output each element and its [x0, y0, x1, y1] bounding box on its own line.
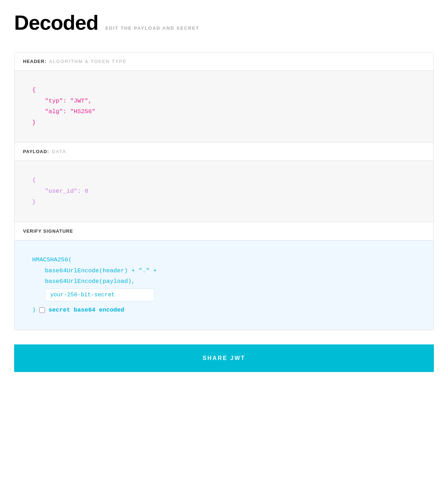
header-line-4: }	[32, 117, 416, 128]
header-code-area: { "typ": "JWT", "alg": "HS256" }	[14, 71, 434, 143]
verify-arg1: base64UrlEncode(header) + "." +	[32, 266, 416, 277]
checkbox-label[interactable]: secret base64 encoded	[48, 305, 124, 316]
payload-line-1: {	[32, 175, 416, 186]
verify-code-area: HMACSHA256( base64UrlEncode(header) + ".…	[14, 240, 434, 330]
page-subtitle: EDIT THE PAYLOAD AND SECRET	[105, 25, 199, 31]
checkbox-row: ) secret base64 encoded	[32, 305, 416, 316]
base64-checkbox[interactable]	[39, 307, 45, 313]
payload-sublabel: DATA	[52, 149, 66, 154]
verify-label: VERIFY SIGNATURE	[23, 228, 73, 234]
header-label-row: HEADER: ALGORITHM & TOKEN TYPE	[14, 52, 434, 71]
verify-label-row: VERIFY SIGNATURE	[14, 222, 434, 240]
page-header: Decoded EDIT THE PAYLOAD AND SECRET	[14, 11, 434, 34]
secret-input-wrapper[interactable]	[45, 289, 416, 301]
close-paren: )	[32, 305, 36, 316]
header-label: HEADER:	[23, 59, 46, 64]
payload-label-row: PAYLOAD: DATA	[14, 143, 434, 161]
payload-label: PAYLOAD:	[23, 149, 49, 154]
header-line-1: {	[32, 85, 416, 96]
verify-arg2: base64UrlEncode(payload),	[32, 276, 416, 287]
header-sublabel: ALGORITHM & TOKEN TYPE	[49, 59, 127, 64]
page-title: Decoded	[14, 11, 98, 34]
verify-fn-name: HMACSHA256(	[32, 255, 416, 266]
payload-line-3: }	[32, 197, 416, 208]
share-jwt-button[interactable]: SHARE JWT	[14, 344, 434, 372]
payload-line-2: "user_id": 0	[32, 186, 416, 197]
main-card: HEADER: ALGORITHM & TOKEN TYPE { "typ": …	[14, 52, 434, 330]
header-line-3: "alg": "HS256"	[32, 106, 416, 117]
header-line-2: "typ": "JWT",	[32, 96, 416, 107]
payload-code-area: { "user_id": 0 }	[14, 161, 434, 222]
secret-input[interactable]	[45, 289, 155, 301]
